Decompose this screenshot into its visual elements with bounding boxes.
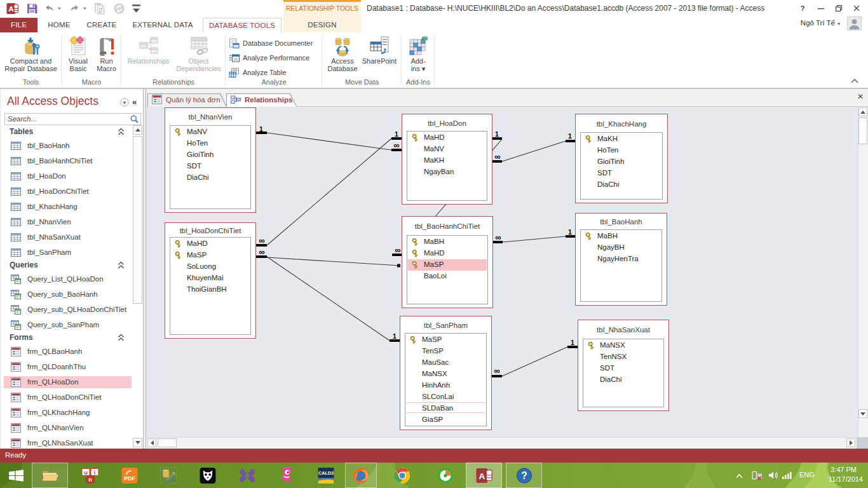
field-MauSac[interactable]: MauSac bbox=[406, 357, 485, 369]
nav-item-frm_QLKhachHang[interactable]: frm_QLKhachHang bbox=[1, 405, 132, 421]
nav-item-frm_QLDoanhThu[interactable]: frm_QLDoanhThu bbox=[1, 360, 132, 375]
taskbar-unikey-button[interactable] bbox=[78, 463, 103, 488]
redo-button[interactable] bbox=[67, 2, 81, 15]
search-icon[interactable] bbox=[130, 114, 139, 124]
taskbar-firefox-button[interactable] bbox=[345, 463, 377, 488]
ribbon-button-visual-basic[interactable]: VisualBasic bbox=[64, 34, 93, 83]
nav-scroll-up-button[interactable] bbox=[133, 125, 142, 135]
save-button[interactable] bbox=[25, 2, 39, 15]
show-hidden-icons-button[interactable] bbox=[736, 473, 743, 480]
sync-button[interactable] bbox=[112, 2, 126, 15]
clock-time[interactable]: 3:47 PM bbox=[831, 466, 857, 473]
nav-section-forms[interactable]: Forms bbox=[1, 331, 132, 344]
field-GioiTinh[interactable]: GioiTinh bbox=[581, 156, 661, 168]
field-HinhAnh[interactable]: HinhAnh bbox=[406, 380, 485, 391]
taskbar-foobar-button[interactable] bbox=[195, 463, 220, 488]
v-scroll-down-button[interactable] bbox=[858, 409, 867, 418]
field-MaSP[interactable]: MaSP bbox=[406, 334, 485, 346]
nav-item-tbl_KhachHang[interactable]: tbl_KhachHang bbox=[1, 200, 132, 215]
collapse-section-icon[interactable] bbox=[118, 261, 125, 269]
nav-item-tbl_NhanVien[interactable]: tbl_NhanVien bbox=[1, 215, 132, 230]
ribbon-tab-database-tools[interactable]: DATABASE TOOLS bbox=[203, 18, 281, 32]
field-MaNSX[interactable]: MaNSX bbox=[584, 340, 663, 351]
field-DiaChi[interactable]: DiaChi bbox=[171, 172, 250, 184]
access-logo-button[interactable] bbox=[5, 2, 19, 15]
network-icon[interactable] bbox=[782, 471, 792, 480]
start-button[interactable] bbox=[3, 463, 29, 488]
field-GiaSP[interactable]: GiaSP bbox=[406, 414, 485, 426]
ribbon-tab-file[interactable]: FILE bbox=[0, 18, 37, 32]
minimize-button[interactable] bbox=[814, 3, 828, 14]
relationships-canvas[interactable]: 1∞1∞∞11∞∞1∞1∞1tbl_NhanVienMaNVHoTenGioiT… bbox=[146, 107, 858, 437]
nav-item-tbl_HoaDon[interactable]: tbl_HoaDon bbox=[1, 169, 132, 184]
field-KhuyenMai[interactable]: KhuyenMai bbox=[171, 273, 250, 284]
h-scroll-track[interactable] bbox=[146, 437, 858, 449]
field-ThoiGianBH[interactable]: ThoiGianBH bbox=[171, 284, 250, 295]
nav-section-tables[interactable]: Tables bbox=[1, 125, 132, 139]
taskbar-access-button[interactable] bbox=[466, 463, 502, 488]
ribbon-button-analyze-performance[interactable]: Analyze Performance bbox=[229, 51, 309, 65]
taskbar-chrome-button[interactable] bbox=[390, 463, 415, 488]
nav-item-frm_QLHoaDon[interactable]: frm_QLHoaDon bbox=[1, 375, 132, 390]
taskbar-dbtool-button[interactable] bbox=[156, 463, 181, 488]
close-button[interactable] bbox=[850, 3, 864, 14]
taskbar-coccoc-button[interactable] bbox=[432, 463, 459, 488]
ribbon-button-compact-and-repair-database[interactable]: Compact andRepair Database bbox=[1, 34, 60, 83]
taskbar-help-button[interactable] bbox=[506, 463, 542, 488]
field-MaSP[interactable]: MaSP bbox=[171, 250, 250, 261]
diagram-table-tbl_BaoHanhChiTiet[interactable]: tbl_BaoHanhChiTietMaBHMaHDMaSPBaoLoi bbox=[402, 216, 493, 308]
taskbar-explorer-button[interactable] bbox=[32, 463, 68, 488]
collapse-ribbon-button[interactable] bbox=[850, 78, 860, 85]
document-tab-relationships[interactable]: Relationships bbox=[226, 93, 297, 107]
v-scroll-track[interactable] bbox=[858, 107, 868, 437]
field-SDT[interactable]: SDT bbox=[171, 161, 250, 172]
nav-item-frm_QLNhanVien[interactable]: frm_QLNhanVien bbox=[1, 421, 132, 436]
nav-item-Query_sub_QLHoaDonChiTiet[interactable]: Query_sub_QLHoaDonChiTiet bbox=[1, 302, 132, 318]
nav-pane-shutter-button[interactable]: « bbox=[132, 97, 137, 107]
field-GioiTinh[interactable]: GioiTinh bbox=[171, 149, 250, 161]
diagram-table-tbl_KhachHang[interactable]: tbl_KhachHangMaKHHoTenGioiTinhSDTDiaChi bbox=[575, 114, 668, 203]
field-SoLuong[interactable]: SoLuong bbox=[171, 261, 250, 273]
language-indicator[interactable]: ENG bbox=[799, 471, 815, 478]
nav-item-tbl_HoaDonChiTiet[interactable]: tbl_HoaDonChiTiet bbox=[1, 184, 132, 200]
diagram-table-tbl_NhaSanXuat[interactable]: tbl_NhaSanXuatMaNSXTenNSXSDTDiaChi bbox=[578, 320, 669, 411]
ribbon-tab-home[interactable]: HOME bbox=[37, 18, 81, 32]
collapse-section-icon[interactable] bbox=[118, 128, 125, 136]
taskbar-pinkapp-button[interactable] bbox=[274, 463, 299, 488]
nav-pane-menu-button[interactable]: ▼ bbox=[120, 98, 129, 107]
field-SDT[interactable]: SDT bbox=[584, 363, 663, 374]
field-MaHD[interactable]: MaHD bbox=[408, 248, 487, 259]
restore-button[interactable] bbox=[832, 3, 846, 14]
nav-scroll-thumb[interactable] bbox=[133, 136, 142, 304]
ribbon-button-access-database[interactable]: AccessDatabase bbox=[325, 34, 360, 83]
field-MaSP[interactable]: MaSP bbox=[408, 259, 487, 271]
field-MaNSX[interactable]: MaNSX bbox=[406, 369, 485, 380]
account-name[interactable]: Ngô Trí Tế▾ bbox=[801, 19, 840, 27]
field-TenNSX[interactable]: TenNSX bbox=[584, 351, 663, 363]
field-MaHD[interactable]: MaHD bbox=[171, 238, 250, 250]
avatar[interactable] bbox=[847, 17, 862, 30]
field-SLDaBan[interactable]: SLDaBan bbox=[406, 403, 485, 414]
field-BaoLoi[interactable]: BaoLoi bbox=[408, 271, 487, 282]
field-MaBH[interactable]: MaBH bbox=[408, 236, 487, 248]
ribbon-button-add-ins[interactable]: Add-ins ▾ bbox=[404, 34, 432, 83]
taskbar-cald-button[interactable] bbox=[313, 463, 339, 488]
taskbar-vstudio-button[interactable] bbox=[234, 463, 260, 488]
volume-icon[interactable] bbox=[768, 471, 778, 481]
clock-date[interactable]: 11/17/2014 bbox=[829, 475, 863, 483]
diagram-table-tbl_HoaDon[interactable]: tbl_HoaDonMaHDMaNVMaKHNgayBan bbox=[402, 114, 492, 205]
nav-item-Query_sub_BaoHanh[interactable]: Query_sub_BaoHanh bbox=[1, 287, 132, 302]
v-scroll-up-button[interactable] bbox=[858, 107, 867, 116]
field-DiaChi[interactable]: DiaChi bbox=[584, 374, 663, 386]
nav-item-frm_QLNhaSanXuat[interactable]: frm_QLNhaSanXuat bbox=[1, 436, 132, 449]
nav-scroll-down-button[interactable] bbox=[133, 438, 142, 447]
help-button[interactable]: ? bbox=[796, 3, 810, 14]
qat-more-button[interactable] bbox=[129, 2, 143, 15]
ribbon-tab-design[interactable]: DESIGN bbox=[283, 18, 361, 32]
field-NgayBH[interactable]: NgayBH bbox=[581, 242, 661, 254]
ribbon-button-database-documenter[interactable]: Database Documenter bbox=[229, 36, 313, 50]
ribbon-button-run-macro[interactable]: RunMacro bbox=[93, 34, 120, 83]
field-DiaChi[interactable]: DiaChi bbox=[581, 179, 661, 191]
field-NgayBan[interactable]: NgayBan bbox=[408, 166, 486, 178]
field-MaBH[interactable]: MaBH bbox=[581, 231, 661, 242]
